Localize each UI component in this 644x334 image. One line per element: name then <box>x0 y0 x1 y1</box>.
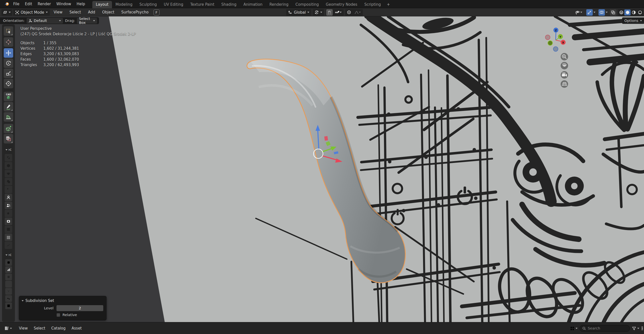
filter-image-button[interactable] <box>5 218 12 225</box>
menu-render[interactable]: Render <box>35 0 54 8</box>
solid-shading-button[interactable] <box>624 9 630 15</box>
mini-branch-button[interactable] <box>5 288 12 295</box>
menu-edit[interactable]: Edit <box>22 0 35 8</box>
cursor-tool[interactable] <box>4 37 13 47</box>
gizmo-plane-x[interactable] <box>324 136 328 141</box>
mini-dim-square-button[interactable] <box>5 274 12 280</box>
menu-file[interactable]: File <box>10 0 22 8</box>
axis-negative-y-ball[interactable] <box>548 41 553 45</box>
tab-layout[interactable]: Layout <box>92 1 112 8</box>
xray-toggle[interactable] <box>610 9 616 16</box>
shelf-menu-view[interactable]: View <box>16 322 31 334</box>
shelf-menu-select[interactable]: Select <box>31 322 48 334</box>
operator-panel-header[interactable]: Subdivision Set <box>22 298 104 304</box>
camera-view-button[interactable] <box>561 71 568 79</box>
chevron-down-icon[interactable] <box>594 12 596 13</box>
orientation-dropdown[interactable]: Default <box>27 18 63 24</box>
orthographic-toggle-button[interactable] <box>561 80 568 88</box>
cad-sketcher-tool[interactable]: CAD <box>4 92 13 101</box>
filter-instance-button[interactable] <box>5 226 12 233</box>
relative-checkbox[interactable] <box>56 313 60 317</box>
add-primitive-tool[interactable] <box>4 124 13 133</box>
filter-corners-button[interactable] <box>5 154 12 161</box>
mini-grid-button[interactable] <box>5 303 12 309</box>
axis-negative-z-ball[interactable] <box>554 47 558 51</box>
menu-view[interactable]: View <box>51 8 66 16</box>
search-input[interactable] <box>588 326 625 330</box>
annotate-tool[interactable] <box>4 102 13 111</box>
drag-mode-dropdown[interactable]: Select Box <box>77 18 97 24</box>
filter-dropdown[interactable] <box>632 326 639 331</box>
select-box-tool[interactable] <box>4 26 13 36</box>
proportional-editing-toggle[interactable] <box>346 9 352 16</box>
menu-add[interactable]: Add <box>85 8 98 16</box>
zoom-button[interactable] <box>561 53 568 60</box>
mini-minus-button[interactable] <box>5 281 12 288</box>
tab-texture-paint[interactable]: Texture Paint <box>187 1 218 8</box>
move-tool[interactable] <box>4 48 13 58</box>
menu-surfacepsycho[interactable]: SurfacePsycho <box>118 8 152 16</box>
filter-tools-button[interactable] <box>5 186 12 193</box>
add-workspace-button[interactable]: + <box>384 1 393 8</box>
show-overlays-toggle[interactable] <box>598 9 605 16</box>
tab-compositing[interactable]: Compositing <box>292 1 322 8</box>
menu-select[interactable]: Select <box>66 8 84 16</box>
axis-negative-x-ball[interactable] <box>546 35 550 40</box>
display-mode-dropdown[interactable] <box>570 326 578 331</box>
rendered-shading-button[interactable] <box>637 9 643 15</box>
snap-toggle[interactable] <box>326 9 333 16</box>
tab-modeling[interactable]: Modeling <box>112 1 136 8</box>
tab-geometry-nodes[interactable]: Geometry Nodes <box>322 1 361 8</box>
tab-sculpting[interactable]: Sculpting <box>136 1 160 8</box>
scale-tool[interactable] <box>4 69 13 78</box>
proportional-falloff-dropdown[interactable] <box>353 9 362 16</box>
tab-shading[interactable]: Shading <box>218 1 240 8</box>
shelf-menu-asset[interactable]: Asset <box>69 322 85 334</box>
mode-dropdown[interactable]: Object Mode <box>13 9 50 16</box>
menu-object[interactable]: Object <box>99 8 117 16</box>
transform-tool[interactable] <box>4 79 13 88</box>
object-visibility-dropdown[interactable] <box>573 9 584 16</box>
tab-uv-editing[interactable]: UV Editing <box>160 1 187 8</box>
menu-help[interactable]: Help <box>74 0 88 8</box>
menu-window[interactable]: Window <box>54 0 74 8</box>
options-dropdown[interactable]: Options <box>622 17 644 24</box>
filter-sphere-button[interactable] <box>5 210 12 217</box>
mini-wave-button[interactable] <box>5 295 12 302</box>
mini-chart-button[interactable] <box>5 266 12 273</box>
filter-monkey-button[interactable] <box>5 170 12 177</box>
pivot-point-dropdown[interactable] <box>313 9 324 16</box>
transform-orientation-dropdown[interactable]: Global <box>286 9 311 16</box>
tab-scripting[interactable]: Scripting <box>361 1 384 8</box>
shelf-menu-catalog[interactable]: Catalog <box>48 322 69 334</box>
surfacepsycho-f-button[interactable]: F <box>154 9 160 15</box>
collapsed-panel-header[interactable]: ⊦C <box>6 148 11 151</box>
shelf-options-icon[interactable] <box>641 326 643 331</box>
collapsed-panel-header-2[interactable]: ⊦C <box>6 253 11 257</box>
filter-group-button[interactable] <box>5 202 12 209</box>
filter-person-button[interactable] <box>5 194 12 201</box>
level-slider[interactable]: 2 <box>56 305 103 311</box>
filter-particles-button[interactable] <box>5 234 12 241</box>
tab-animation[interactable]: Animation <box>240 1 266 8</box>
wireframe-shading-button[interactable] <box>618 9 624 15</box>
editor-type-dropdown[interactable] <box>2 9 12 16</box>
blender-logo-icon[interactable] <box>3 1 10 7</box>
filter-physics-button[interactable] <box>5 242 12 249</box>
pan-button[interactable] <box>561 62 568 69</box>
chevron-down-icon <box>320 12 322 13</box>
asset-browser-editor-dropdown[interactable] <box>2 326 14 331</box>
tab-rendering[interactable]: Rendering <box>266 1 292 8</box>
material-shading-button[interactable] <box>630 9 637 15</box>
chevron-down-icon[interactable] <box>606 12 608 13</box>
asset-search[interactable] <box>580 325 630 332</box>
mini-square-button[interactable] <box>5 259 12 266</box>
trim-tool[interactable] <box>4 134 13 143</box>
filter-duplicate-button[interactable] <box>5 178 12 185</box>
filter-cube-button[interactable] <box>5 162 12 169</box>
show-gizmo-toggle[interactable] <box>586 9 593 16</box>
measure-tool[interactable] <box>4 112 13 122</box>
falloff-curve-icon <box>354 10 359 14</box>
snap-target-dropdown[interactable] <box>334 9 343 16</box>
rotate-tool[interactable] <box>4 58 13 68</box>
